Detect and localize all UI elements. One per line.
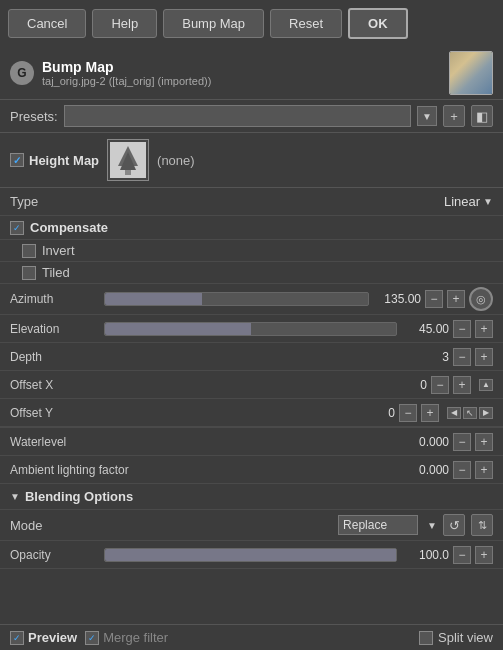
blending-collapse-arrow: ▼ (10, 491, 20, 502)
offset-x-label: Offset X (10, 378, 383, 392)
split-view-label: Split view (438, 630, 493, 645)
mode-row: Mode Replace Normal ▼ ↺ ⇅ (0, 510, 503, 541)
offset-group: Offset X 0 − + ▲ Offset Y 0 − + ◀ ↖ ▶ (0, 371, 503, 428)
presets-save-button[interactable]: ◧ (471, 105, 493, 127)
waterlevel-row: Waterlevel 0.000 − + (0, 428, 503, 456)
bump-map-button[interactable]: Bump Map (163, 9, 264, 38)
height-map-thumb-svg (110, 142, 146, 178)
preview-checkbox[interactable] (10, 631, 24, 645)
offset-y-increment[interactable]: + (421, 404, 439, 422)
offset-y-decrement[interactable]: − (399, 404, 417, 422)
offset-x-decrement[interactable]: − (431, 376, 449, 394)
preview-checkbox-label[interactable]: Preview (10, 630, 77, 645)
invert-label: Invert (42, 243, 75, 258)
elevation-row: Elevation 45.00 − + (0, 315, 503, 343)
offset-x-value: 0 (387, 378, 427, 392)
cancel-button[interactable]: Cancel (8, 9, 86, 38)
blending-title: Blending Options (25, 489, 133, 504)
split-view-checkbox[interactable] (419, 631, 433, 645)
azimuth-label: Azimuth (10, 292, 100, 306)
compensate-row: Compensate (0, 216, 503, 240)
preview-label: Preview (28, 630, 77, 645)
compensate-label: Compensate (30, 220, 108, 235)
tiled-label: Tiled (42, 265, 70, 280)
opacity-decrement[interactable]: − (453, 546, 471, 564)
offset-arrow-right[interactable]: ▶ (479, 407, 493, 419)
thumbnail-preview (450, 52, 492, 94)
depth-increment[interactable]: + (475, 348, 493, 366)
ambient-value: 0.000 (409, 463, 449, 477)
invert-checkbox[interactable] (22, 244, 36, 258)
mode-chain-button[interactable]: ⇅ (471, 514, 493, 536)
depth-label: Depth (10, 350, 405, 364)
elevation-value: 45.00 (401, 322, 449, 336)
ambient-decrement[interactable]: − (453, 461, 471, 479)
type-label: Type (10, 194, 444, 209)
azimuth-dial[interactable]: ◎ (469, 287, 493, 311)
gimp-icon: G (10, 61, 34, 85)
height-map-thumbnail[interactable] (107, 139, 149, 181)
mode-reset-button[interactable]: ↺ (443, 514, 465, 536)
azimuth-row: Azimuth 135.00 − + ◎ (0, 284, 503, 315)
azimuth-increment[interactable]: + (447, 290, 465, 308)
height-map-label: Height Map (29, 153, 99, 168)
offset-arrow-cursor[interactable]: ↖ (463, 407, 477, 419)
help-button[interactable]: Help (92, 9, 157, 38)
opacity-slider[interactable] (104, 548, 397, 562)
mode-select[interactable]: Replace Normal (338, 515, 418, 535)
depth-row: Depth 3 − + (0, 343, 503, 371)
waterlevel-label: Waterlevel (10, 435, 405, 449)
depth-decrement[interactable]: − (453, 348, 471, 366)
height-map-row: Height Map (none) (0, 133, 503, 188)
ambient-label: Ambient lighting factor (10, 463, 405, 477)
compensate-checkbox[interactable] (10, 221, 24, 235)
merge-filter-checkbox-label[interactable]: Merge filter (85, 630, 168, 645)
offset-x-increment[interactable]: + (453, 376, 471, 394)
offset-arrow-cluster-2: ◀ ↖ ▶ (447, 407, 493, 419)
presets-select[interactable] (64, 105, 411, 127)
height-map-checkbox[interactable] (10, 153, 24, 167)
offset-y-label: Offset Y (10, 406, 351, 420)
opacity-row: Opacity 100.0 − + (0, 541, 503, 569)
merge-filter-label: Merge filter (103, 630, 168, 645)
presets-add-button[interactable]: + (443, 105, 465, 127)
waterlevel-value: 0.000 (409, 435, 449, 449)
type-row: Type Linear ▼ (0, 188, 503, 216)
presets-row: Presets: ▼ + ◧ (0, 100, 503, 133)
height-map-checkbox-label[interactable]: Height Map (10, 153, 99, 168)
merge-filter-checkbox[interactable] (85, 631, 99, 645)
image-thumbnail (449, 51, 493, 95)
type-dropdown-arrow[interactable]: ▼ (483, 196, 493, 207)
offset-arrow-up[interactable]: ▲ (479, 379, 493, 391)
elevation-label: Elevation (10, 322, 100, 336)
top-toolbar: Cancel Help Bump Map Reset OK (0, 0, 503, 47)
presets-dropdown-arrow[interactable]: ▼ (417, 106, 437, 126)
elevation-decrement[interactable]: − (453, 320, 471, 338)
dialog-header: G Bump Map taj_orig.jpg-2 ([taj_orig] (i… (0, 47, 503, 100)
tiled-checkbox[interactable] (22, 266, 36, 280)
opacity-increment[interactable]: + (475, 546, 493, 564)
type-value: Linear (444, 194, 480, 209)
svg-rect-3 (125, 170, 131, 175)
elevation-slider[interactable] (104, 322, 397, 336)
invert-row: Invert (0, 240, 503, 262)
waterlevel-decrement[interactable]: − (453, 433, 471, 451)
ok-button[interactable]: OK (348, 8, 408, 39)
dialog-title: Bump Map (42, 59, 449, 75)
reset-button[interactable]: Reset (270, 9, 342, 38)
azimuth-decrement[interactable]: − (425, 290, 443, 308)
offset-y-row: Offset Y 0 − + ◀ ↖ ▶ (0, 399, 503, 427)
blending-section-header[interactable]: ▼ Blending Options (0, 484, 503, 510)
ambient-increment[interactable]: + (475, 461, 493, 479)
dialog-subtitle: taj_orig.jpg-2 ([taj_orig] (imported)) (42, 75, 449, 87)
waterlevel-increment[interactable]: + (475, 433, 493, 451)
elevation-increment[interactable]: + (475, 320, 493, 338)
offset-arrow-cluster: ▲ (479, 379, 493, 391)
azimuth-value: 135.00 (373, 292, 421, 306)
depth-value: 3 (409, 350, 449, 364)
offset-arrow-left[interactable]: ◀ (447, 407, 461, 419)
azimuth-slider[interactable] (104, 292, 369, 306)
ambient-row: Ambient lighting factor 0.000 − + (0, 456, 503, 484)
offset-x-row: Offset X 0 − + ▲ (0, 371, 503, 399)
header-text: Bump Map taj_orig.jpg-2 ([taj_orig] (imp… (42, 59, 449, 87)
